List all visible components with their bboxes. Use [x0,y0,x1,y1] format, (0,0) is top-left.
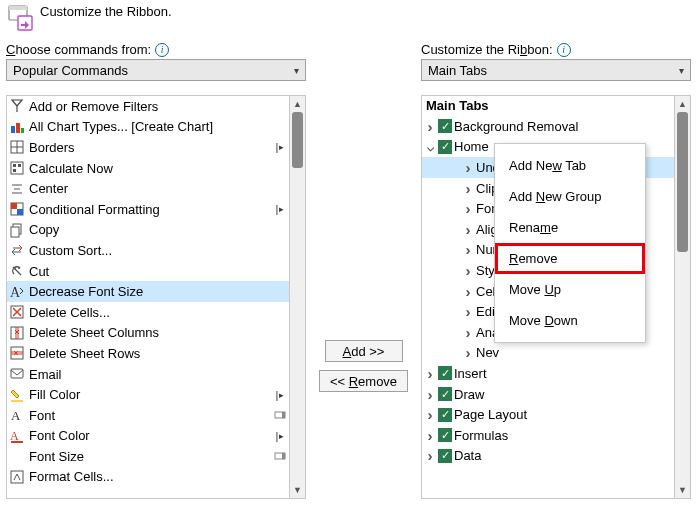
expander-icon[interactable] [424,427,436,444]
checkbox-icon[interactable] [438,428,452,442]
scroll-thumb[interactable] [677,112,688,252]
expander-icon[interactable] [462,180,474,197]
command-item[interactable]: Conditional Formatting|▸ [7,199,289,220]
expander-icon[interactable] [462,283,474,300]
svg-text:A: A [10,285,21,300]
expander-icon[interactable] [462,262,474,279]
context-menu-item[interactable]: Remove [495,243,645,274]
tree-item[interactable]: Formulas [422,425,674,446]
commands-listbox[interactable]: Add or Remove FiltersAll Chart Types... … [6,95,306,499]
customize-ribbon-icon [6,4,34,32]
command-item[interactable]: Delete Cells... [7,302,289,323]
scroll-down-icon[interactable]: ▼ [290,482,305,498]
checkbox-icon[interactable] [438,119,452,133]
remove-button[interactable]: << Remove [319,370,408,392]
expander-icon[interactable] [462,303,474,320]
submenu-indicator-icon: |▸ [273,203,287,215]
ribbon-tree[interactable]: Main Tabs Background RemovalHomeUndoClip… [421,95,691,499]
command-label: Calculate Now [29,161,287,176]
scrollbar[interactable]: ▲ ▼ [289,96,305,498]
command-item[interactable]: Fill Color|▸ [7,384,289,405]
expander-icon[interactable] [462,200,474,217]
expander-icon[interactable] [424,140,436,154]
combo-indicator-icon [273,450,287,462]
customize-ribbon-label: Customize the Ribbon: i [421,42,691,57]
tree-item[interactable]: Page Layout [422,404,674,425]
checkbox-icon[interactable] [438,449,452,463]
scroll-down-icon[interactable]: ▼ [675,482,690,498]
dialog-title: Customize the Ribbon. [40,4,172,19]
context-menu-item[interactable]: Move Up [495,274,645,305]
transfer-buttons: Add >> << Remove [306,42,421,392]
tree-item[interactable]: Insert [422,363,674,384]
checkbox-icon[interactable] [438,140,452,154]
tree-item[interactable]: Data [422,446,674,467]
scroll-thumb[interactable] [292,112,303,168]
command-item[interactable]: Calculate Now [7,158,289,179]
expander-icon[interactable] [424,386,436,403]
command-label: Add or Remove Filters [29,99,287,114]
context-menu-item[interactable]: Add New Group [495,181,645,212]
expander-icon[interactable] [462,241,474,258]
command-label: Decrease Font Size [29,284,287,299]
svg-rect-44 [11,471,23,483]
tree-item[interactable]: Draw [422,384,674,405]
expander-icon[interactable] [424,447,436,464]
tree-label: Formulas [454,428,672,443]
scroll-up-icon[interactable]: ▲ [290,96,305,112]
svg-rect-41 [11,441,23,443]
command-icon [9,98,25,114]
context-menu-item[interactable]: Move Down [495,305,645,336]
tree-item[interactable]: Background Removal [422,116,674,137]
command-label: Custom Sort... [29,243,287,258]
command-item[interactable]: Delete Sheet Rows [7,343,289,364]
command-item[interactable]: AFont Color|▸ [7,426,289,447]
checkbox-icon[interactable] [438,387,452,401]
scrollbar[interactable]: ▲ ▼ [674,96,690,498]
checkbox-icon[interactable] [438,408,452,422]
command-label: Font Size [29,449,269,464]
submenu-indicator-icon: |▸ [273,430,287,442]
info-icon[interactable]: i [155,43,169,57]
add-button[interactable]: Add >> [325,340,403,362]
command-item[interactable]: Copy [7,220,289,241]
command-item[interactable]: ADecrease Font Size [7,281,289,302]
command-icon [9,304,25,320]
command-label: Font Color [29,428,269,443]
command-item[interactable]: Cut [7,261,289,282]
command-item[interactable]: Format Cells... [7,467,289,488]
command-label: Delete Cells... [29,305,287,320]
expander-icon[interactable] [462,324,474,341]
choose-commands-dropdown[interactable]: Popular Commands ▾ [6,59,306,81]
command-item[interactable]: Custom Sort... [7,240,289,261]
scroll-up-icon[interactable]: ▲ [675,96,690,112]
combo-indicator-icon [273,409,287,421]
command-item[interactable]: Borders|▸ [7,137,289,158]
command-item[interactable]: Delete Sheet Columns [7,323,289,344]
checkbox-icon[interactable] [438,366,452,380]
command-item[interactable]: Email [7,364,289,385]
dialog-header: Customize the Ribbon. [0,0,700,42]
context-menu-item[interactable]: Rename [495,212,645,243]
command-item[interactable]: All Chart Types... [Create Chart] [7,117,289,138]
command-item[interactable]: AFont [7,405,289,426]
tree-label: Data [454,448,672,463]
svg-text:A: A [10,429,19,443]
command-icon [9,366,25,382]
info-icon[interactable]: i [557,43,571,57]
svg-rect-36 [11,400,23,402]
command-icon [9,469,25,485]
command-item[interactable]: Font Size [7,446,289,467]
expander-icon[interactable] [424,406,436,423]
command-item[interactable]: Center [7,178,289,199]
expander-icon[interactable] [462,344,474,361]
expander-icon[interactable] [424,118,436,135]
expander-icon[interactable] [424,365,436,382]
context-menu-item[interactable]: Add New Tab [495,150,645,181]
expander-icon[interactable] [462,159,474,176]
svg-rect-39 [282,412,285,418]
tree-item[interactable]: Nev [422,343,674,364]
command-item[interactable]: Add or Remove Filters [7,96,289,117]
expander-icon[interactable] [462,221,474,238]
customize-ribbon-dropdown[interactable]: Main Tabs ▾ [421,59,691,81]
